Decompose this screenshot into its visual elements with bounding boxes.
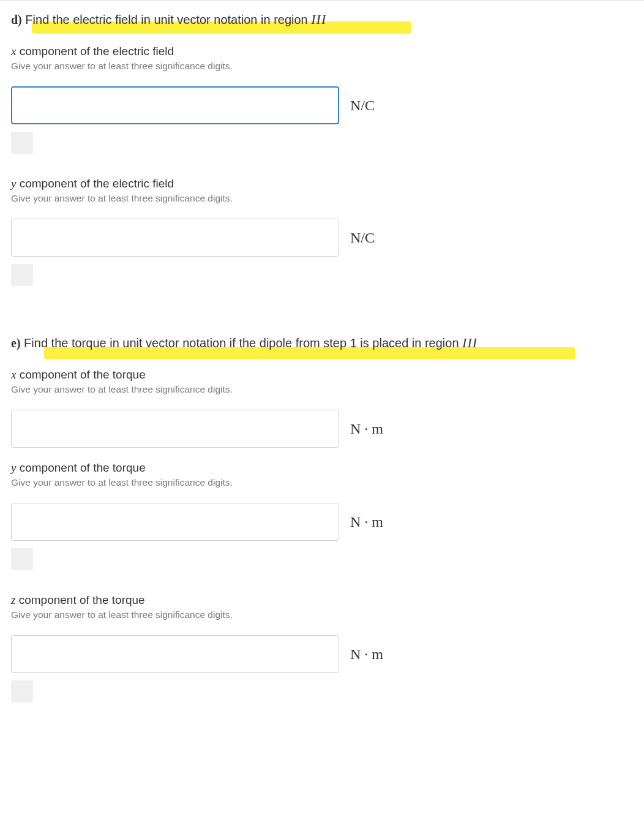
region-roman: III: [311, 12, 326, 27]
part-e-label: e): [11, 336, 21, 350]
part-e-header: e) Find the torque in unit vector notati…: [11, 335, 477, 351]
partd-y-input[interactable]: [11, 219, 339, 257]
parte-y-hint: Give your answer to at least three signi…: [11, 477, 633, 488]
partd-x-block: x component of the electric field Give y…: [11, 45, 633, 156]
partd-y-hint: Give your answer to at least three signi…: [11, 193, 633, 204]
part-d-label: d): [11, 13, 22, 26]
partd-y-block: y component of the electric field Give y…: [11, 177, 633, 288]
partd-y-answer-row: N/C: [11, 219, 633, 257]
parte-y-unit: N · m: [350, 514, 383, 530]
parte-y-answer-row: N · m: [11, 503, 633, 541]
partd-x-action-button[interactable]: [11, 132, 33, 154]
parte-z-answer-row: N · m: [11, 635, 633, 673]
parte-x-block: x component of the torque Give your answ…: [11, 368, 633, 448]
part-d-header: d) Find the electric field in unit vecto…: [11, 12, 326, 28]
part-d-prompt: Find the electric field in unit vector n…: [25, 13, 326, 26]
parte-x-title: x component of the torque: [11, 368, 633, 382]
parte-x-input[interactable]: [11, 410, 339, 448]
partd-x-answer-row: N/C: [11, 86, 633, 124]
parte-x-answer-row: N · m: [11, 410, 633, 448]
parte-y-title: y component of the torque: [11, 461, 633, 475]
parte-x-unit: N · m: [350, 421, 383, 437]
partd-y-unit: N/C: [350, 230, 375, 246]
part-e-prompt: Find the torque in unit vector notation …: [24, 336, 477, 350]
parte-y-block: y component of the torque Give your answ…: [11, 461, 633, 573]
partd-y-title: y component of the electric field: [11, 177, 633, 190]
region-roman-e: III: [462, 335, 477, 350]
partd-x-hint: Give your answer to at least three signi…: [11, 61, 633, 72]
parte-z-unit: N · m: [350, 646, 383, 663]
parte-y-input[interactable]: [11, 503, 339, 541]
parte-x-hint: Give your answer to at least three signi…: [11, 384, 633, 395]
parte-z-input[interactable]: [11, 635, 339, 673]
parte-z-title: z component of the torque: [11, 593, 633, 607]
partd-x-input[interactable]: [11, 86, 339, 124]
parte-z-hint: Give your answer to at least three signi…: [11, 609, 633, 620]
partd-x-title: x component of the electric field: [11, 45, 633, 58]
parte-z-block: z component of the torque Give your answ…: [11, 593, 633, 705]
parte-z-action-button[interactable]: [11, 680, 33, 702]
parte-y-action-button[interactable]: [11, 548, 33, 570]
partd-y-action-button[interactable]: [11, 264, 33, 286]
page-content: d) Find the electric field in unit vecto…: [0, 0, 644, 744]
partd-x-unit: N/C: [350, 97, 375, 114]
